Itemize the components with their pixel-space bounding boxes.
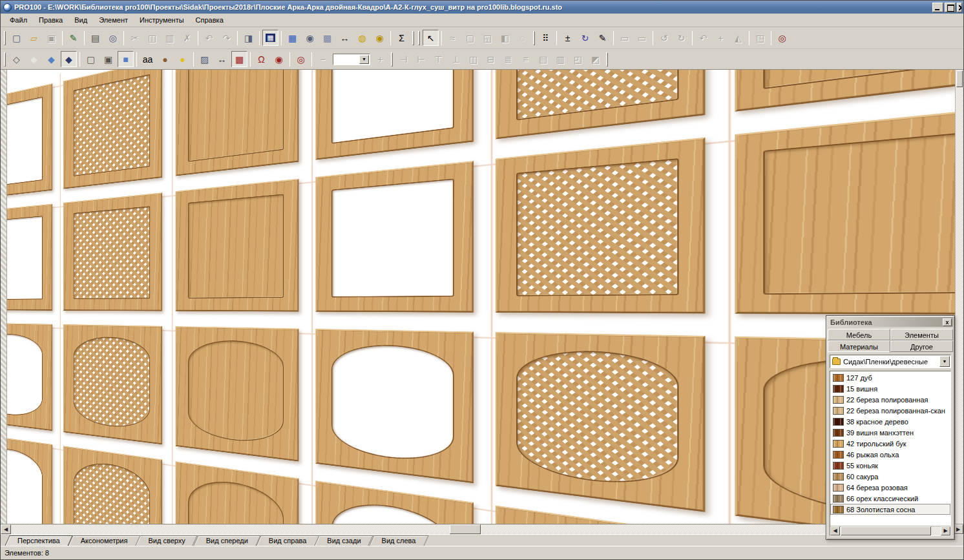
structure-button[interactable]: ▩ [319, 30, 335, 46]
material-item[interactable]: 64 береза розовая [830, 482, 950, 493]
select-cursor-button[interactable]: ↖ [423, 30, 439, 46]
render-target-button[interactable]: ◎ [774, 30, 790, 46]
view-tab-Вид спереди[interactable]: Вид спереди [196, 535, 258, 546]
cabinet-door-lattice[interactable] [63, 324, 162, 444]
material-item[interactable]: 55 коньяк [830, 460, 950, 471]
material-list-scrollbar[interactable]: ◀ ▶ [830, 526, 950, 535]
info-coin-button[interactable]: ◉ [372, 30, 388, 46]
menu-item-Справка[interactable]: Справка [191, 15, 229, 25]
menu-item-Вид[interactable]: Вид [69, 15, 92, 25]
open-file-button[interactable]: ▱ [26, 30, 42, 46]
draw-element-button[interactable]: ✎ [594, 30, 611, 46]
library-close-button[interactable]: x [943, 318, 952, 326]
cabinet-door-lattice[interactable] [496, 70, 706, 139]
toolbar-grip[interactable] [418, 31, 420, 45]
snap-center-button[interactable]: ◉ [271, 51, 287, 67]
toolbar-grip[interactable] [533, 31, 535, 45]
material-item[interactable]: 22 береза полированная-скан [830, 405, 950, 416]
cabinet-door-lattice[interactable] [63, 446, 162, 524]
box-solid-button[interactable]: ■ [118, 51, 134, 67]
new-document-button[interactable]: ▢ [8, 30, 25, 46]
box-white-button[interactable]: ▢ [83, 51, 99, 67]
cabinet-door-white[interactable] [7, 433, 52, 524]
minimize-button[interactable] [932, 3, 943, 12]
view-tab-Вид сверху[interactable]: Вид сверху [138, 535, 195, 546]
hint-button[interactable]: ◍ [354, 30, 370, 46]
cabinet-door-lattice[interactable] [496, 138, 706, 314]
view-white-solid-button[interactable]: ◆ [26, 51, 42, 67]
vertical-scrollbar-thumb[interactable] [956, 70, 963, 87]
select-dots-button[interactable]: ⠿ [538, 30, 554, 46]
dimension-lines-button[interactable]: ↔ [214, 51, 230, 67]
magnet-snap-button[interactable]: Ω [253, 51, 269, 67]
sketch-mode-button[interactable]: ▨ [196, 51, 213, 67]
cabinet-door-white[interactable] [7, 203, 52, 310]
chevron-down-icon[interactable]: ▼ [359, 55, 369, 64]
report-button[interactable]: ✎ [65, 30, 81, 46]
tab-Элементы[interactable]: Элементы [890, 329, 953, 340]
design-canvas[interactable]: Библиотека x МебельЭлементыМатериалыДруг… [1, 70, 963, 524]
view-tab-Вид сзади[interactable]: Вид сзади [317, 535, 371, 546]
preview-doc-button[interactable]: ◉ [302, 30, 318, 46]
scroll-right-button[interactable]: ▶ [941, 526, 950, 535]
material-item[interactable]: 39 вишня манхэттен [830, 427, 950, 438]
print-preview-button[interactable]: ◎ [105, 30, 121, 46]
tab-Другое[interactable]: Другое [890, 340, 953, 352]
rotate-cursor-button[interactable]: ↻ [577, 30, 593, 46]
toolbar-grip[interactable] [391, 52, 393, 67]
text-labels-button[interactable]: aa [140, 51, 156, 67]
cabinet-door-panel[interactable] [735, 105, 955, 315]
toolbar-grip[interactable] [606, 52, 608, 67]
tab-Мебель[interactable]: Мебель [828, 329, 890, 340]
view-tab-Вид слева[interactable]: Вид слева [372, 535, 426, 546]
snap-ring-button[interactable]: ◎ [293, 51, 309, 67]
material-item[interactable]: 15 вишня [830, 383, 950, 394]
cabinet-door-panel[interactable] [735, 70, 955, 112]
material-item[interactable]: 127 дуб [830, 372, 950, 383]
cabinet-door-panel[interactable] [176, 70, 299, 176]
horizontal-scrollbar-thumb[interactable] [450, 524, 481, 534]
material-scrollbar-thumb[interactable] [841, 526, 931, 535]
task-list-button[interactable]: ▦ [262, 30, 278, 46]
material-path-combo[interactable]: Сидак\Пленки\древесные ▼ [830, 355, 951, 368]
light-bulb-button[interactable]: ● [174, 51, 191, 67]
cabinet-door-lattice[interactable] [496, 332, 706, 512]
toolbar-grip[interactable] [4, 52, 6, 67]
scroll-left-button[interactable]: ◀ [830, 526, 840, 535]
view-tab-Аксонометрия[interactable]: Аксонометрия [70, 535, 138, 546]
view-tab-Перспектива[interactable]: Перспектива [7, 535, 70, 546]
cabinet-door-white[interactable] [315, 70, 474, 160]
cabinet-door-white[interactable] [315, 329, 474, 483]
price-list-button[interactable]: ▦ [284, 30, 300, 46]
material-item[interactable]: 60 сакура [830, 471, 950, 482]
cabinet-door-white[interactable] [7, 83, 52, 200]
box-wire-button[interactable]: ▣ [100, 51, 116, 67]
grid-button[interactable]: ▦ [231, 51, 247, 67]
cabinet-door-white[interactable] [315, 481, 474, 524]
print-button[interactable]: ▤ [87, 30, 103, 46]
horizontal-scrollbar[interactable]: ◀ ▶ [1, 524, 963, 534]
cabinet-door-panel[interactable] [176, 179, 299, 312]
scroll-left-button[interactable]: ◀ [1, 524, 11, 534]
dimensions-button[interactable]: ↔ [337, 30, 353, 46]
view-textured-button[interactable]: ◆ [61, 51, 77, 67]
menu-item-Правка[interactable]: Правка [34, 15, 68, 25]
tab-Материалы[interactable]: Материалы [828, 340, 890, 353]
cabinet-door-lattice[interactable] [63, 192, 162, 311]
material-item[interactable]: 22 береза полированная [830, 394, 950, 405]
material-item[interactable]: 38 красное дерево [830, 416, 950, 427]
material-item[interactable]: 68 Золотистая сосна [830, 504, 950, 515]
sum-button[interactable]: Σ [393, 30, 410, 46]
add-element-button[interactable]: ± [560, 30, 576, 46]
cabinet-door-lattice[interactable] [63, 70, 162, 189]
zoom-level-combo[interactable]: ▼ [333, 54, 370, 65]
material-item[interactable]: 66 орех классический [830, 493, 950, 504]
menu-item-Файл[interactable]: Файл [5, 15, 32, 25]
toolbar-grip[interactable] [4, 31, 6, 45]
library-caption[interactable]: Библиотека x [828, 317, 953, 327]
cabinet-door-panel[interactable] [176, 326, 299, 461]
view-colored-button[interactable]: ◆ [43, 51, 59, 67]
material-sphere-button[interactable]: ● [157, 51, 173, 67]
menu-item-Элемент[interactable]: Элемент [94, 15, 133, 25]
vertical-scrollbar[interactable] [955, 70, 963, 524]
